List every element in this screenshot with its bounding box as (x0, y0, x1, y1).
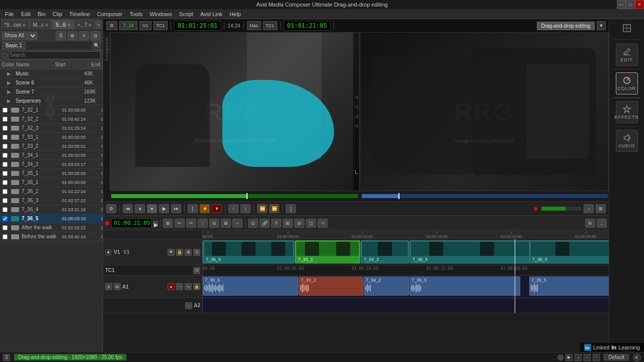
close-button[interactable]: ✕ (635, 0, 644, 9)
tl-btn-4[interactable]: ⊟ (209, 219, 219, 228)
transport-settings-btn[interactable]: ⚙ (106, 204, 116, 213)
bin-clip-7351[interactable]: 7_35_1 01:00:00:00 01:01:12:00 (0, 169, 103, 178)
bin-tab-0[interactable]: *S...ces ✕ (1, 20, 29, 30)
bin-clip-7332[interactable]: 7_33_2 01:00:55:01 01:01:49:03 (0, 142, 103, 151)
track-tc1-btn[interactable]: ⊡ (193, 267, 200, 274)
tl-btn-razor[interactable]: ✂ (186, 219, 196, 228)
track-a2-btn[interactable]: ↓ (185, 302, 192, 309)
track-a1-solo-btn[interactable]: S (105, 283, 112, 290)
track-a1-rec-btn[interactable]: ● (168, 283, 175, 290)
transport-play-reverse-btn[interactable]: ⏴ (135, 204, 145, 213)
tl-btn-2[interactable]: ✂ (175, 219, 185, 228)
track-content-a2[interactable] (203, 298, 609, 313)
tl-ripple-btn[interactable]: ⊣ (317, 219, 328, 228)
bin-tab-close-1[interactable]: ✕ (45, 23, 49, 28)
video-clip-7342[interactable]: 7_34_2 (361, 240, 409, 263)
transport-extract-btn[interactable]: ↕ (240, 204, 251, 213)
right-color-btn[interactable]: COLOR (616, 72, 638, 95)
track-a1-input-btn[interactable]: → (176, 283, 183, 290)
down-arrow-btn[interactable]: ↓ (584, 354, 591, 361)
audio-format-btn[interactable]: ♪ (575, 354, 582, 361)
menu-composer[interactable]: Composer (94, 10, 126, 18)
tc-progress-left[interactable] (111, 194, 358, 198)
tl-snap-btn[interactable]: ⊡ (248, 219, 258, 228)
transport-lift-btn[interactable]: ↑ (228, 204, 238, 213)
status-bar-menu[interactable]: ☰ (3, 354, 10, 361)
menu-windows[interactable]: Windows (146, 10, 175, 18)
timeline-nav-btn[interactable]: ▶ (153, 221, 157, 225)
monitor-tc1-left-btn[interactable]: TC1 (153, 21, 168, 30)
bin-folder-sequences[interactable]: ▶ Sequences 123K (0, 97, 103, 106)
right-effects-btn[interactable]: EFFECTS (616, 101, 638, 123)
menu-timeline[interactable]: Timeline (66, 10, 93, 18)
right-edit-btn[interactable]: EDIT (616, 44, 638, 66)
transport-fast-reverse-btn[interactable]: ⏪ (257, 204, 267, 213)
tl-mark-btn[interactable]: T (271, 219, 281, 228)
tl-link-btn[interactable]: 🔗 (260, 219, 270, 228)
bin-clip-after-walk[interactable]: After the walk 01:01:02:22 01:01:22:21 (0, 223, 103, 232)
monitor-extra-btn[interactable]: ▼ (597, 21, 606, 30)
video-format-btn[interactable]: ▶ (566, 354, 573, 361)
audio-clip-7365-3[interactable]: 7_36_5 (529, 277, 609, 296)
show-all-select[interactable]: Show All (2, 32, 37, 40)
record-indicator[interactable] (105, 221, 109, 225)
menu-bin[interactable]: Bin (35, 10, 49, 18)
bin-clip-7365[interactable]: 7_36_5 01:05:03:10 01:05:42:10 (0, 214, 103, 223)
basic-tab[interactable]: Basic.1 (2, 42, 26, 49)
monitor-right-tc[interactable]: 01:01:21:05 (284, 21, 331, 31)
video-clip-7365-1[interactable]: 7_36_5 (203, 240, 294, 263)
bin-clip-7331[interactable]: 7_33_1 01:00:00:00 01:00:55:01 (0, 133, 103, 142)
transport-play-btn[interactable]: ▶ (159, 204, 169, 213)
bin-menu-btn[interactable]: ☰ (56, 31, 66, 40)
bin-tab-close-2[interactable]: ✕ (67, 23, 71, 28)
bin-tab-1[interactable]: M...c ✕ (30, 20, 52, 30)
bin-view-btn1[interactable]: ⊞ (67, 31, 77, 40)
bin-tab-2[interactable]: S...6 ✕ (52, 20, 74, 30)
audio-clip-7332[interactable]: 7_33_2 (299, 277, 363, 296)
video-clip-7332[interactable]: 7_33_2 (295, 240, 360, 263)
track-v1-pan-btn[interactable]: ⊡ (193, 249, 200, 256)
bin-view-btn2[interactable]: ≡ (79, 31, 89, 40)
menu-edit[interactable]: Edit (18, 10, 34, 18)
menu-help[interactable]: Help (226, 10, 244, 18)
bin-add-tab[interactable]: + (96, 20, 102, 29)
transport-mark-out-btn[interactable]: ] (286, 204, 296, 213)
bin-clip-7323[interactable]: 7_32_3 01:01:25:14 01:02:20:08 (0, 124, 103, 133)
format-select[interactable]: Default (604, 354, 629, 360)
speaker-btn[interactable] (633, 353, 641, 361)
bin-clip-before-walk[interactable]: Before the walk 01:00:42:24 01:00:53:15 (0, 232, 103, 241)
volume-slider[interactable] (541, 207, 582, 211)
track-v1-menu-btn[interactable]: ⊞ (185, 249, 192, 256)
transport-step-back-btn[interactable]: ⏮ (123, 204, 133, 213)
tl-btn-1[interactable]: ⊞ (163, 219, 173, 228)
transport-audio-btn[interactable]: ♪ (584, 204, 594, 213)
bin-clip-7364[interactable]: 7_36_4 01:03:31:18 01:04:05:03:10 (0, 205, 103, 214)
track-v1-lock-btn[interactable]: 🔒 (176, 249, 183, 256)
bin-clip-7321[interactable]: 7_32_1 01:00:00:00 01:00:42:24 (0, 106, 103, 115)
timeline-tc-display[interactable]: 01:00:21:05 (111, 219, 151, 228)
maximize-button[interactable]: □ (626, 0, 635, 9)
monitor-right[interactable]: RRG Footage Provide (c) EDITSTOCK (360, 32, 609, 191)
track-a1-mute-btn[interactable]: M (114, 283, 121, 290)
monitor-mas-btn[interactable]: Mas (247, 21, 261, 30)
bin-clip-7342[interactable]: 7_34_2 01:03:03:17 01:02:17:11 (0, 160, 103, 169)
transport-stop-btn[interactable]: ● (147, 204, 157, 213)
bin-clip-7361[interactable]: 7_36_1 01:00:00:00 01:00:22:24 (0, 178, 103, 187)
track-content-v1[interactable]: 7_36_5 7_33_2 (203, 239, 609, 265)
transport-splice-btn[interactable]: ⚡ (200, 204, 210, 213)
bin-clip-7341[interactable]: 7_34_1 01:00:00:00 01:03:03:17 (0, 151, 103, 160)
tl-btn-6[interactable]: ↔ (232, 219, 243, 228)
tl-add-btn[interactable]: ⊞ (283, 219, 293, 228)
transport-step-forward-btn[interactable]: ⏭ (171, 204, 181, 213)
bin-folder-music[interactable]: ▶ Music 43K (0, 69, 103, 78)
monitor-v1-btn[interactable]: V1 (139, 21, 151, 30)
audio-clip-7342[interactable]: 7_34_2 (364, 277, 409, 296)
monitor-tc-btn[interactable]: 7.34 (119, 21, 137, 30)
menu-tools[interactable]: Tools (126, 10, 145, 18)
tl-more-btn[interactable]: … (597, 219, 607, 228)
tl-sub-btn[interactable]: ⊟ (294, 219, 304, 228)
transport-menu-btn[interactable]: ⊞ (596, 204, 606, 213)
bin-search-input[interactable] (8, 51, 101, 59)
bin-search-btn[interactable]: 🔍 (93, 42, 101, 50)
tl-btn-3[interactable]: ↕ (198, 219, 208, 228)
